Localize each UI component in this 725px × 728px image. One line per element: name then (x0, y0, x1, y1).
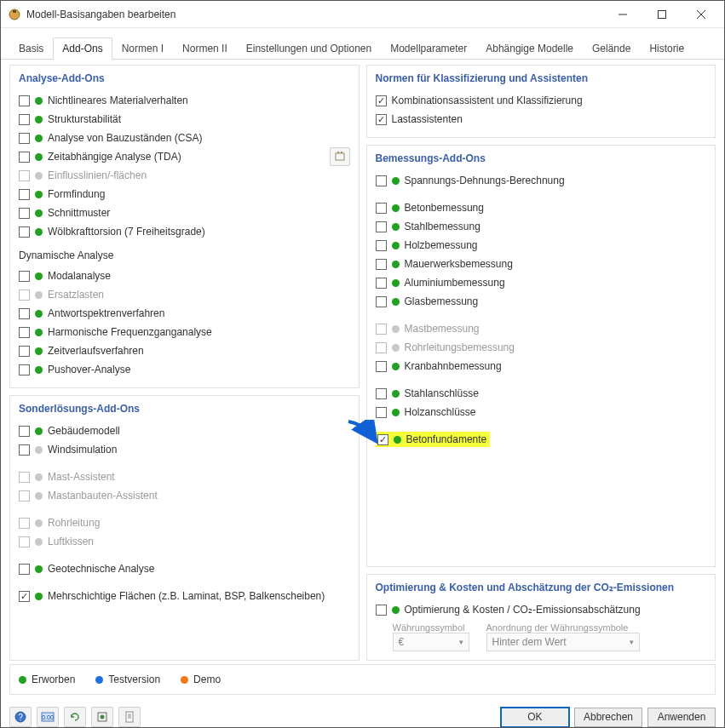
checkbox (376, 342, 387, 353)
checkbox[interactable] (19, 564, 30, 575)
status-dot-icon (35, 446, 43, 454)
tda-options-button[interactable] (330, 147, 350, 166)
currency-select[interactable]: €▾ (393, 633, 469, 651)
checkbox[interactable] (19, 364, 30, 375)
addon-row: Modalanalyse (19, 267, 350, 285)
status-dot-icon (392, 261, 400, 268)
checkbox[interactable] (376, 296, 387, 307)
addon-label: Rohrleitungsbemessung (405, 341, 515, 353)
checkbox[interactable] (19, 226, 30, 238)
tab-normen-ii[interactable]: Normen II (173, 37, 237, 60)
refresh-button[interactable] (64, 707, 86, 727)
status-dot-icon (392, 279, 400, 287)
checkbox[interactable] (376, 203, 387, 214)
tab-abhaengige[interactable]: Abhängige Modelle (476, 37, 583, 60)
checkbox[interactable] (19, 271, 30, 282)
checkbox[interactable] (376, 278, 387, 289)
settings-button[interactable] (91, 707, 113, 727)
legend-label: Demo (193, 674, 221, 685)
checkbox[interactable] (19, 444, 30, 456)
addon-row: Betonbemessung (376, 198, 707, 217)
addon-row: Windsimulation (19, 440, 350, 459)
checkbox[interactable] (376, 605, 387, 616)
checkbox[interactable] (376, 388, 387, 399)
checkbox[interactable] (19, 189, 30, 200)
status-dot-icon (35, 473, 43, 481)
status-dot-icon (392, 298, 400, 306)
apply-button[interactable]: Anwenden (647, 708, 716, 727)
addon-label: Lastassistenten (392, 113, 463, 125)
units-button[interactable]: 0.00 (37, 707, 59, 727)
checkbox[interactable] (19, 346, 30, 357)
close-button[interactable] (682, 2, 721, 27)
addon-label: Modalanalyse (48, 270, 111, 282)
checkbox[interactable] (19, 426, 30, 437)
panel-analyse-add-ons: Analyse-Add-Ons Nichtlineares Materialve… (9, 65, 360, 388)
status-dot-icon (95, 676, 103, 684)
status-dot-icon (35, 492, 43, 500)
panel-title: Normen für Klassifizierung und Assistent… (376, 72, 707, 84)
checkbox[interactable] (376, 361, 387, 372)
tab-basis[interactable]: Basis (9, 37, 53, 60)
addon-row: Kranbahnbemessung (376, 357, 707, 375)
select-value: Hinter dem Wert (492, 636, 567, 648)
ok-button[interactable]: OK (501, 708, 569, 727)
checkbox[interactable] (19, 208, 30, 219)
report-button[interactable] (118, 707, 141, 727)
svg-line-5 (697, 10, 705, 19)
checkbox[interactable] (376, 240, 387, 251)
addon-row: Pushover-Analyse (19, 360, 350, 379)
status-dot-icon (392, 242, 400, 249)
tab-einstellungen[interactable]: Einstellungen und Optionen (237, 37, 381, 60)
sub-title: Dynamische Analyse (19, 249, 350, 261)
addon-label: Schnittmuster (48, 207, 110, 219)
order-select[interactable]: Hinter dem Wert▾ (486, 633, 640, 651)
addon-row: Holzbemessung (376, 236, 707, 255)
checkbox[interactable] (376, 259, 387, 270)
tab-historie[interactable]: Historie (640, 37, 693, 60)
tab-gelaende[interactable]: Gelände (583, 37, 640, 60)
checkbox[interactable] (19, 591, 30, 602)
status-dot-icon (35, 427, 43, 435)
maximize-button[interactable] (642, 2, 682, 27)
addon-label: Mauerwerksbemessung (405, 258, 513, 270)
addon-row: Luftkissen (19, 532, 350, 551)
tab-add-ons[interactable]: Add-Ons (53, 37, 112, 60)
cancel-button[interactable]: Abbrechen (574, 708, 642, 727)
svg-rect-3 (659, 10, 666, 18)
addon-row: Einflusslinien/-flächen (19, 166, 350, 185)
checkbox[interactable] (19, 308, 30, 319)
status-dot-icon (394, 436, 401, 444)
checkbox[interactable] (19, 327, 30, 338)
checkbox[interactable] (376, 95, 387, 106)
panel-title: Analyse-Add-Ons (19, 72, 350, 84)
checkbox[interactable] (19, 133, 30, 144)
status-dot-icon (19, 676, 26, 684)
checkbox[interactable] (376, 175, 387, 186)
status-dot-icon (35, 347, 43, 355)
status-dot-icon (392, 409, 400, 416)
checkbox[interactable] (376, 221, 387, 232)
addon-label: Kranbahnbemessung (405, 360, 502, 372)
addon-row: Mastbemessung (376, 319, 707, 338)
addon-label: Mast-Assistent (48, 471, 115, 483)
checkbox[interactable] (19, 152, 30, 163)
addon-row: Harmonische Frequenzganganalyse (19, 323, 350, 341)
checkbox[interactable] (19, 95, 30, 106)
addon-row: Zeitverlaufsverfahren (19, 341, 350, 360)
checkbox[interactable] (376, 114, 387, 125)
help-button[interactable]: ? (9, 707, 32, 727)
status-dot-icon (392, 390, 400, 398)
addon-label: Ersatzlasten (48, 289, 104, 301)
content: Analyse-Add-Ons Nichtlineares Materialve… (1, 60, 724, 664)
tab-normen-i[interactable]: Normen I (112, 37, 173, 60)
checkbox[interactable] (376, 407, 387, 418)
tab-modellparameter[interactable]: Modellparameter (381, 37, 476, 60)
checkbox[interactable] (19, 114, 30, 125)
addon-row: Mastanbauten-Assistent (19, 486, 350, 505)
minimize-button[interactable] (603, 2, 642, 27)
panel-title: Sonderlösungs-Add-Ons (19, 403, 350, 415)
legend-label: Erworben (32, 674, 75, 685)
addon-row: Nichtlineares Materialverhalten (19, 91, 350, 110)
status-dot-icon (35, 135, 43, 142)
